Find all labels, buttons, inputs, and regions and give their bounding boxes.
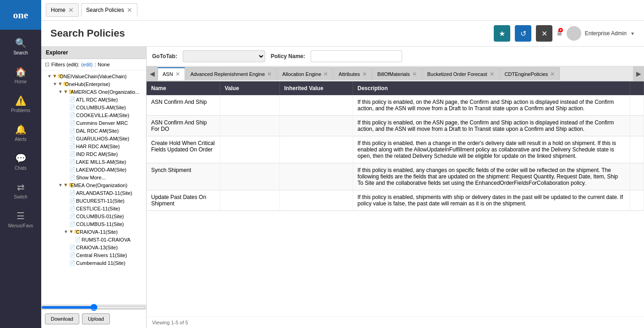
tab-close-icon[interactable]: ✕ <box>323 71 328 77</box>
tree-node[interactable]: 📄HAR RDC AM(Site) <box>41 142 146 150</box>
tabs-left-nav[interactable]: ◀ <box>147 66 158 81</box>
tab-close-icon[interactable]: ✕ <box>267 71 272 77</box>
tab-close-icon[interactable]: ✕ <box>490 71 494 77</box>
doc-icon: 📄 <box>69 151 76 157</box>
tree-node[interactable]: ▼▼📁CRAIOVA-11(Site) <box>41 228 146 236</box>
tab-item-attributes[interactable]: Attributes✕ <box>333 67 371 80</box>
tab-close-icon[interactable]: ✕ <box>550 71 555 77</box>
col-header-value: Value <box>220 81 279 95</box>
sidebar-item-menus[interactable]: ☰ Menus/Favs <box>0 205 41 234</box>
sidebar-item-chats-label: Chats <box>15 166 27 171</box>
tree-node[interactable]: 📄LAKEWOOD-AM(Site) <box>41 166 146 173</box>
sidebar-item-problems-label: Problems <box>11 108 30 113</box>
policy-name-input[interactable] <box>311 50 402 62</box>
chats-icon: 💬 <box>15 153 27 164</box>
explorer-header: Explorer <box>41 47 146 59</box>
tree-node[interactable]: 📄LAKE MILLS-AM(Site) <box>41 158 146 166</box>
tab-close-icon[interactable]: ✕ <box>412 71 417 77</box>
tree-node[interactable]: 📄BUCURESTI-11(Site) <box>41 197 146 204</box>
upload-button[interactable]: Upload <box>82 313 110 324</box>
tree-node[interactable]: 📄CESTLICE-11(Site) <box>41 204 146 212</box>
table-row[interactable]: ASN Confirm And ShipIf this policy is en… <box>147 95 644 116</box>
tree-node[interactable]: ▼▼📁OneHub(Enterprise) <box>41 80 146 88</box>
cell-name: Synch Shipment <box>147 163 220 190</box>
tab-item-advanced-replenishment-engine[interactable]: Advanced Replenishment Engine✕ <box>186 67 277 80</box>
filter-edit-link[interactable]: (edit) <box>81 62 93 67</box>
tree-node[interactable]: 📄CRAIOVA-13(Site) <box>41 243 146 251</box>
tab-item-billofmaterials[interactable]: BillOfMaterials✕ <box>372 67 422 80</box>
tree-node[interactable]: 📄COOKEVILLE-AM(Site) <box>41 111 146 119</box>
sidebar-item-alerts[interactable]: 🔔 Alerts <box>0 118 41 147</box>
tab-item-bucketized-order-forecast[interactable]: Bucketized Order Forecast✕ <box>422 67 499 80</box>
user-area[interactable]: Enterprise Admin ▼ <box>567 26 635 41</box>
table-row[interactable]: Create Hold When Critical Fields Updated… <box>147 136 644 163</box>
tree-node[interactable]: ▼▼📁EMEA One(Organization) <box>41 181 146 189</box>
topbar-tab-search-policies[interactable]: Search Policies ✕ <box>81 3 137 17</box>
sidebar-item-alerts-label: Alerts <box>15 137 27 142</box>
cell-name: ASN Confirm And Ship <box>147 95 220 116</box>
viewing-text: Viewing 1-5 of 5 <box>147 317 644 328</box>
filters-value: None <box>98 62 109 67</box>
col-header-actions <box>630 81 644 95</box>
tree-node[interactable]: 📄COLUMBUS-11(Site) <box>41 220 146 228</box>
tree-toggle: ▼ <box>63 229 69 234</box>
table-row[interactable]: ASN Confirm And Ship For DOIf this polic… <box>147 116 644 136</box>
sidebar-item-home[interactable]: 🏠 Home <box>0 61 41 90</box>
doc-icon: 📄 <box>69 97 76 102</box>
col-header-inherited: Inherited Value <box>279 81 353 95</box>
sidebar-item-search[interactable]: 🔍 Search <box>0 32 41 61</box>
refresh-button[interactable]: ↺ <box>515 25 531 42</box>
tree-node-label: CRAIOVA-13(Site) <box>76 245 118 250</box>
filter-bar: GoToTab: Policy Name: <box>147 47 644 66</box>
topbar-tab-home[interactable]: Home ✕ <box>46 3 79 17</box>
tree-node-label: AMERICAS One(Organizatio... <box>71 89 139 95</box>
sidebar-item-problems[interactable]: ⚠️ Problems <box>0 90 41 118</box>
col-header-desc: Description <box>353 81 630 95</box>
tree-node[interactable]: 📄Cumbernauld 11(Site) <box>41 259 146 267</box>
tree-node[interactable]: 📄IND RDC AM(Site) <box>41 150 146 158</box>
app-logo[interactable]: one <box>0 0 41 30</box>
tree-node[interactable]: 📄COLUMBUS-01(Site) <box>41 212 146 220</box>
tree-node[interactable]: 📄GUARULHOS-AM(Site) <box>41 134 146 142</box>
table-row[interactable]: Update Past Dates On ShipmentIf this pol… <box>147 190 644 211</box>
explorer-panel: Explorer ⊡ Filters (edit): (edit): None … <box>41 47 147 328</box>
tree-node-label: ONEIValueChain(ValueChain) <box>60 74 126 79</box>
topbar-close-search-policies[interactable]: ✕ <box>127 6 132 14</box>
tree-node[interactable]: 📄DAL RDC AM(Site) <box>41 127 146 134</box>
tree-node-label: COLUMBUS-11(Site) <box>76 221 124 227</box>
tab-close-icon[interactable]: ✕ <box>175 71 180 77</box>
tree-node[interactable]: ▼▼📁ONEIValueChain(ValueChain) <box>41 72 146 80</box>
tree-node[interactable]: 📄Central Rivers 11(Site) <box>41 251 146 259</box>
close-button[interactable]: ✕ <box>536 25 552 42</box>
tree-node[interactable]: 📄RUMST-01-CRAIOVA <box>41 236 146 243</box>
notification-dot: ★ <box>558 28 563 32</box>
folder-icon: ▼📁 <box>58 81 65 87</box>
tab-item-cdtenginepolicies[interactable]: CDTEnginePolicies✕ <box>500 67 560 80</box>
col-header-name: Name <box>147 81 220 95</box>
tree-node[interactable]: 📄COLUMBUS-AM(Site) <box>41 103 146 111</box>
sidebar-item-switch[interactable]: ⇄ Switch <box>0 176 41 205</box>
tab-item-allocation-engine[interactable]: Allocation Engine✕ <box>277 67 333 80</box>
horizontal-scrollbar[interactable] <box>41 306 146 309</box>
cell-value <box>220 116 279 136</box>
topbar-tab-home-label: Home <box>51 7 65 13</box>
table-row[interactable]: Synch ShipmentIf this policy is enabled,… <box>147 163 644 190</box>
tree-node[interactable]: ▼▼📁AMERICAS One(Organizatio... <box>41 88 146 96</box>
tree-node[interactable]: 📄Cummins Denver MRC <box>41 119 146 127</box>
goto-select[interactable] <box>183 50 265 62</box>
tree-node[interactable]: 📄Show More... <box>41 173 146 181</box>
tab-close-icon[interactable]: ✕ <box>362 71 367 77</box>
tab-item-asn[interactable]: ASN✕ <box>158 67 185 80</box>
topbar-close-home[interactable]: ✕ <box>68 6 74 14</box>
tabs-right-nav[interactable]: ▶ <box>633 66 644 81</box>
download-button[interactable]: Download <box>45 313 79 324</box>
star-button[interactable]: ★ <box>494 25 510 42</box>
sidebar-item-chats[interactable]: 💬 Chats <box>0 147 41 176</box>
header-actions: ★ ↺ ✕ ≡ ★ Enterprise Admin ▼ <box>494 25 635 42</box>
tree-node[interactable]: 📄ATL RDC AM(Site) <box>41 96 146 103</box>
menu-button[interactable]: ≡ ★ <box>557 29 562 38</box>
doc-icon: 📄 <box>69 159 76 165</box>
tree-node[interactable]: 📄ARLANDASTAD-11(Site) <box>41 189 146 197</box>
tab-label: Advanced Replenishment Engine <box>191 71 265 77</box>
cell-inherited-value <box>279 95 353 116</box>
